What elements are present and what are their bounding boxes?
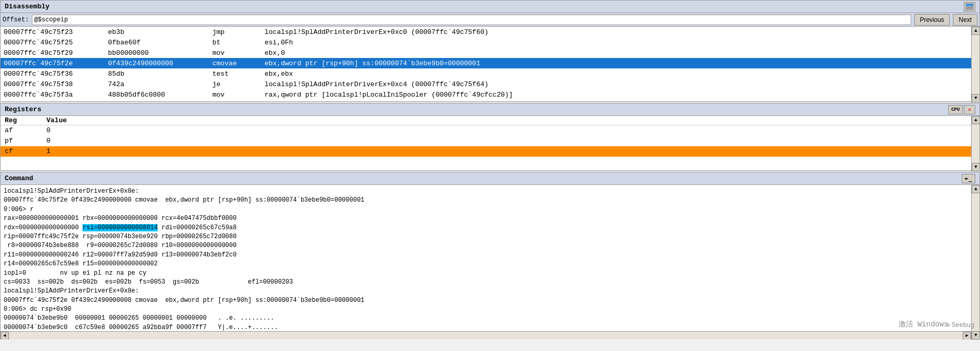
disasm-mnemonic: cmovae [209,58,261,68]
disasm-operands: esi,0Fh [261,37,971,48]
reg-name: af [1,125,42,136]
register-row[interactable]: pf 0 [1,136,971,146]
registers-body: Reg Value af 0 pf 0 cf 1 ▲ ▼ [1,116,979,171]
disassembly-header: Disassembly [1,1,979,13]
disassembly-table: 00007ffc`49c75f23 eb3b jmp localspl!SplA… [1,27,971,100]
command-controls: ►_ [962,174,975,183]
disassembly-panel: Disassembly Offset: Previous Next 00007f… [0,0,980,102]
disasm-offset: 00007ffc`49c75f29 [1,48,105,58]
disasm-row[interactable]: 00007ffc`49c75f29 bb00000000 mov ebx,0 [1,48,971,58]
reg-scroll-track[interactable] [972,124,979,163]
svg-rect-1 [966,4,973,6]
val-col-header: Value [42,116,971,125]
registers-header: Registers CPU ✕ [1,103,979,116]
offset-input[interactable] [32,15,911,25]
reg-header-row: Reg Value [1,116,971,125]
terminal-icon-btn[interactable]: ►_ [962,174,975,183]
reg-value: 1 [42,146,971,157]
disasm-operands: ebx,dword ptr [rsp+90h] ss:00000074`b3eb… [261,58,971,68]
disasm-row[interactable]: 00007ffc`49c75f23 eb3b jmp localspl!SplA… [1,27,971,37]
reg-scroll-up[interactable]: ▲ [972,116,979,124]
disasm-operands: rax,qword ptr [localspl!pLocalIniSpooler… [261,89,971,100]
disassembly-title: Disassembly [5,3,50,10]
disasm-mnemonic: jmp [209,27,261,37]
command-hscrollbar[interactable]: ◄ ► [1,331,971,340]
disasm-offset: 00007ffc`49c75f38 [1,79,105,89]
cmd-scroll-up[interactable]: ▲ [972,185,979,193]
disasm-operands: ebx,ebx [261,68,971,79]
disasm-bytes: eb3b [105,27,209,37]
disasm-operands: localspl!SplAddPrinterDriverEx+0xc4 (000… [261,79,971,89]
disasm-row[interactable]: 00007ffc`49c75f25 0fbae60f bt esi,0Fh [1,37,971,48]
registers-panel: Registers CPU ✕ Reg Value af 0 pf 0 cf 1 [0,103,980,171]
registers-vscrollbar[interactable]: ▲ ▼ [971,116,979,171]
disasm-operands: localspl!SplAddPrinterDriverEx+0xc0 (000… [261,27,971,37]
register-row[interactable]: cf 1 [1,146,971,157]
cmd-hscroll-track[interactable] [9,332,963,340]
disasm-bytes: 0fbae60f [105,37,209,48]
disasm-operands: ebx,0 [261,48,971,58]
disasm-bytes: 742a [105,79,209,89]
scroll-down-arrow[interactable]: ▼ [972,94,979,102]
register-row[interactable]: af 0 [1,125,971,136]
disasm-bytes: 85db [105,68,209,79]
disasm-mnemonic: bt [209,37,261,48]
registers-controls: CPU ✕ [948,105,975,114]
reg-col-header: Reg [1,116,42,125]
cpu-icon-btn[interactable]: CPU [948,105,963,114]
reg-name: pf [1,136,42,146]
disasm-offset: 00007ffc`49c75f3a [1,89,105,100]
disasm-row[interactable]: 00007ffc`49c75f38 742a je localspl!SplAd… [1,79,971,89]
scroll-track[interactable] [972,35,979,94]
disasm-mnemonic: mov [209,89,261,100]
disasm-offset: 00007ffc`49c75f23 [1,27,105,37]
registers-content: Reg Value af 0 pf 0 cf 1 [1,116,979,157]
disasm-row[interactable]: 00007ffc`49c75f36 85db test ebx,ebx [1,68,971,79]
reg-value: 0 [42,125,971,136]
disasm-offset: 00007ffc`49c75f2e [1,58,105,68]
rsi-highlight: rsi=0000000000008014 [82,224,158,231]
svg-rect-2 [966,7,973,8]
disasm-mnemonic: test [209,68,261,79]
disassembly-vscrollbar[interactable]: ▲ ▼ [971,27,979,102]
disassembly-icon-btn[interactable] [964,2,975,11]
disasm-offset: 00007ffc`49c75f25 [1,37,105,48]
previous-button[interactable]: Previous [914,14,950,26]
reg-name: cf [1,146,42,157]
disasm-row[interactable]: 00007ffc`49c75f2e 0f439c2490000000 cmova… [1,58,971,68]
disassembly-body: 00007ffc`49c75f23 eb3b jmp localspl!SplA… [1,27,979,102]
reg-value: 0 [42,136,971,146]
offset-bar: Offset: Previous Next [1,13,979,27]
command-body: localspl!SplAddPrinterDriverEx+0x8e: 000… [1,185,979,340]
cmd-scroll-left[interactable]: ◄ [1,332,9,340]
disasm-mnemonic: je [209,79,261,89]
registers-title: Registers [5,106,41,113]
disasm-bytes: 488b05df6c0800 [105,89,209,100]
cmd-scroll-track[interactable] [972,193,979,331]
disasm-row[interactable]: 00007ffc`49c75f3a 488b05df6c0800 mov rax… [1,89,971,100]
svg-rect-3 [966,8,973,9]
command-title: Command [5,174,33,182]
disassembly-controls [964,2,975,11]
next-button[interactable]: Next [953,14,977,26]
offset-label: Offset: [3,16,29,24]
scroll-up-arrow[interactable]: ▲ [972,27,979,35]
reg-scroll-down[interactable]: ▼ [972,163,979,171]
command-header: Command ►_ [1,172,979,185]
command-vscrollbar[interactable]: ▲ ▼ [971,185,979,340]
disasm-offset: 00007ffc`49c75f36 [1,68,105,79]
cmd-scroll-right[interactable]: ► [963,332,971,340]
disasm-bytes: bb00000000 [105,48,209,58]
disasm-mnemonic: mov [209,48,261,58]
cmd-scroll-down[interactable]: ▼ [972,331,979,340]
disasm-bytes: 0f439c2490000000 [105,58,209,68]
registers-table: Reg Value af 0 pf 0 cf 1 [1,116,971,157]
command-text: localspl!SplAddPrinterDriverEx+0x8e: 000… [1,185,979,340]
disassembly-content: 00007ffc`49c75f23 eb3b jmp localspl!SplA… [1,27,979,100]
registers-close-btn[interactable]: ✕ [964,105,975,114]
command-panel: Command ►_ localspl!SplAddPrinterDriverE… [0,172,980,339]
